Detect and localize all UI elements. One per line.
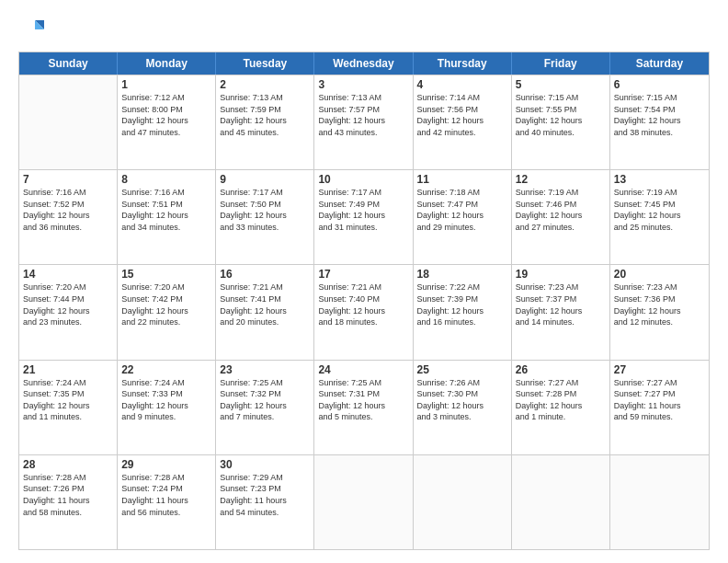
day-info: Sunrise: 7:28 AM Sunset: 7:24 PM Dayligh… — [121, 472, 211, 518]
calendar-row-4: 28Sunrise: 7:28 AM Sunset: 7:26 PM Dayli… — [19, 454, 709, 549]
day-info: Sunrise: 7:16 AM Sunset: 7:52 PM Dayligh… — [23, 187, 113, 233]
day-cell-17: 17Sunrise: 7:21 AM Sunset: 7:40 PM Dayli… — [314, 265, 413, 359]
day-cell-29: 29Sunrise: 7:28 AM Sunset: 7:24 PM Dayli… — [118, 455, 216, 549]
day-header-tuesday: Tuesday — [216, 52, 314, 75]
day-info: Sunrise: 7:20 AM Sunset: 7:42 PM Dayligh… — [121, 282, 211, 327]
calendar-row-1: 7Sunrise: 7:16 AM Sunset: 7:52 PM Daylig… — [19, 169, 709, 264]
day-cell-22: 22Sunrise: 7:24 AM Sunset: 7:33 PM Dayli… — [118, 361, 216, 454]
day-cell-26: 26Sunrise: 7:27 AM Sunset: 7:28 PM Dayli… — [512, 361, 610, 454]
day-info: Sunrise: 7:19 AM Sunset: 7:46 PM Dayligh… — [516, 187, 606, 233]
day-info: Sunrise: 7:17 AM Sunset: 7:49 PM Dayligh… — [318, 187, 408, 233]
day-cell-2: 2Sunrise: 7:13 AM Sunset: 7:59 PM Daylig… — [216, 75, 314, 169]
day-info: Sunrise: 7:13 AM Sunset: 7:57 PM Dayligh… — [318, 92, 408, 138]
day-number: 21 — [23, 363, 113, 376]
day-cell-23: 23Sunrise: 7:25 AM Sunset: 7:32 PM Dayli… — [216, 361, 314, 454]
day-number: 17 — [318, 268, 408, 281]
header — [18, 17, 710, 42]
day-number: 23 — [220, 363, 310, 376]
day-cell-11: 11Sunrise: 7:18 AM Sunset: 7:47 PM Dayli… — [414, 170, 512, 264]
empty-cell — [414, 455, 512, 549]
day-number: 13 — [614, 173, 705, 186]
day-header-friday: Friday — [512, 52, 610, 75]
calendar-row-3: 21Sunrise: 7:24 AM Sunset: 7:35 PM Dayli… — [19, 360, 709, 454]
day-cell-16: 16Sunrise: 7:21 AM Sunset: 7:41 PM Dayli… — [216, 265, 314, 359]
empty-cell — [314, 455, 413, 549]
day-info: Sunrise: 7:29 AM Sunset: 7:23 PM Dayligh… — [220, 472, 310, 518]
day-cell-25: 25Sunrise: 7:26 AM Sunset: 7:30 PM Dayli… — [414, 361, 512, 454]
day-number: 28 — [23, 458, 113, 471]
day-info: Sunrise: 7:23 AM Sunset: 7:36 PM Dayligh… — [614, 282, 705, 327]
day-number: 29 — [121, 458, 211, 471]
day-cell-21: 21Sunrise: 7:24 AM Sunset: 7:35 PM Dayli… — [19, 361, 118, 454]
day-number: 14 — [23, 268, 113, 281]
day-info: Sunrise: 7:23 AM Sunset: 7:37 PM Dayligh… — [516, 282, 606, 327]
day-number: 30 — [220, 458, 310, 471]
page: SundayMondayTuesdayWednesdayThursdayFrid… — [0, 0, 728, 563]
day-info: Sunrise: 7:16 AM Sunset: 7:51 PM Dayligh… — [121, 187, 211, 233]
day-cell-3: 3Sunrise: 7:13 AM Sunset: 7:57 PM Daylig… — [314, 75, 413, 169]
day-cell-7: 7Sunrise: 7:16 AM Sunset: 7:52 PM Daylig… — [19, 170, 118, 264]
day-cell-9: 9Sunrise: 7:17 AM Sunset: 7:50 PM Daylig… — [216, 170, 314, 264]
day-cell-15: 15Sunrise: 7:20 AM Sunset: 7:42 PM Dayli… — [118, 265, 216, 359]
day-number: 18 — [417, 268, 507, 281]
day-cell-6: 6Sunrise: 7:15 AM Sunset: 7:54 PM Daylig… — [610, 75, 709, 169]
day-info: Sunrise: 7:17 AM Sunset: 7:50 PM Dayligh… — [220, 187, 310, 233]
day-header-thursday: Thursday — [414, 52, 512, 75]
day-info: Sunrise: 7:27 AM Sunset: 7:28 PM Dayligh… — [516, 377, 606, 423]
empty-cell — [512, 455, 610, 549]
day-number: 4 — [417, 78, 507, 91]
calendar-body: 1Sunrise: 7:12 AM Sunset: 8:00 PM Daylig… — [19, 75, 709, 549]
day-info: Sunrise: 7:25 AM Sunset: 7:31 PM Dayligh… — [318, 377, 408, 423]
day-header-wednesday: Wednesday — [314, 52, 413, 75]
day-info: Sunrise: 7:21 AM Sunset: 7:41 PM Dayligh… — [220, 282, 310, 327]
day-header-sunday: Sunday — [19, 52, 118, 75]
day-number: 12 — [516, 173, 606, 186]
day-number: 2 — [220, 78, 310, 91]
calendar-row-0: 1Sunrise: 7:12 AM Sunset: 8:00 PM Daylig… — [19, 75, 709, 169]
day-info: Sunrise: 7:19 AM Sunset: 7:45 PM Dayligh… — [614, 187, 705, 233]
calendar-row-2: 14Sunrise: 7:20 AM Sunset: 7:44 PM Dayli… — [19, 264, 709, 359]
day-cell-28: 28Sunrise: 7:28 AM Sunset: 7:26 PM Dayli… — [19, 455, 118, 549]
day-number: 11 — [417, 173, 507, 186]
day-info: Sunrise: 7:15 AM Sunset: 7:55 PM Dayligh… — [516, 92, 606, 138]
logo-icon — [18, 17, 44, 42]
day-info: Sunrise: 7:22 AM Sunset: 7:39 PM Dayligh… — [417, 282, 507, 327]
empty-cell — [610, 455, 709, 549]
day-number: 10 — [318, 173, 408, 186]
day-info: Sunrise: 7:18 AM Sunset: 7:47 PM Dayligh… — [417, 187, 507, 233]
day-number: 5 — [516, 78, 606, 91]
day-info: Sunrise: 7:24 AM Sunset: 7:35 PM Dayligh… — [23, 377, 113, 423]
day-number: 26 — [516, 363, 606, 376]
day-cell-18: 18Sunrise: 7:22 AM Sunset: 7:39 PM Dayli… — [414, 265, 512, 359]
day-number: 6 — [614, 78, 705, 91]
day-cell-10: 10Sunrise: 7:17 AM Sunset: 7:49 PM Dayli… — [314, 170, 413, 264]
day-cell-12: 12Sunrise: 7:19 AM Sunset: 7:46 PM Dayli… — [512, 170, 610, 264]
day-cell-24: 24Sunrise: 7:25 AM Sunset: 7:31 PM Dayli… — [314, 361, 413, 454]
day-number: 22 — [121, 363, 211, 376]
day-number: 16 — [220, 268, 310, 281]
calendar: SundayMondayTuesdayWednesdayThursdayFrid… — [18, 52, 710, 550]
day-info: Sunrise: 7:28 AM Sunset: 7:26 PM Dayligh… — [23, 472, 113, 518]
day-cell-8: 8Sunrise: 7:16 AM Sunset: 7:51 PM Daylig… — [118, 170, 216, 264]
empty-cell — [19, 75, 118, 169]
day-info: Sunrise: 7:27 AM Sunset: 7:27 PM Dayligh… — [614, 377, 705, 423]
day-cell-19: 19Sunrise: 7:23 AM Sunset: 7:37 PM Dayli… — [512, 265, 610, 359]
day-info: Sunrise: 7:20 AM Sunset: 7:44 PM Dayligh… — [23, 282, 113, 327]
day-cell-5: 5Sunrise: 7:15 AM Sunset: 7:55 PM Daylig… — [512, 75, 610, 169]
day-cell-27: 27Sunrise: 7:27 AM Sunset: 7:27 PM Dayli… — [610, 361, 709, 454]
day-cell-30: 30Sunrise: 7:29 AM Sunset: 7:23 PM Dayli… — [216, 455, 314, 549]
day-number: 8 — [121, 173, 211, 186]
day-cell-13: 13Sunrise: 7:19 AM Sunset: 7:45 PM Dayli… — [610, 170, 709, 264]
day-info: Sunrise: 7:26 AM Sunset: 7:30 PM Dayligh… — [417, 377, 507, 423]
day-number: 9 — [220, 173, 310, 186]
day-info: Sunrise: 7:15 AM Sunset: 7:54 PM Dayligh… — [614, 92, 705, 138]
day-info: Sunrise: 7:14 AM Sunset: 7:56 PM Dayligh… — [417, 92, 507, 138]
day-header-monday: Monday — [118, 52, 216, 75]
day-info: Sunrise: 7:21 AM Sunset: 7:40 PM Dayligh… — [318, 282, 408, 327]
day-number: 7 — [23, 173, 113, 186]
day-number: 3 — [318, 78, 408, 91]
logo — [18, 17, 48, 42]
day-cell-20: 20Sunrise: 7:23 AM Sunset: 7:36 PM Dayli… — [610, 265, 709, 359]
day-cell-14: 14Sunrise: 7:20 AM Sunset: 7:44 PM Dayli… — [19, 265, 118, 359]
day-number: 19 — [516, 268, 606, 281]
